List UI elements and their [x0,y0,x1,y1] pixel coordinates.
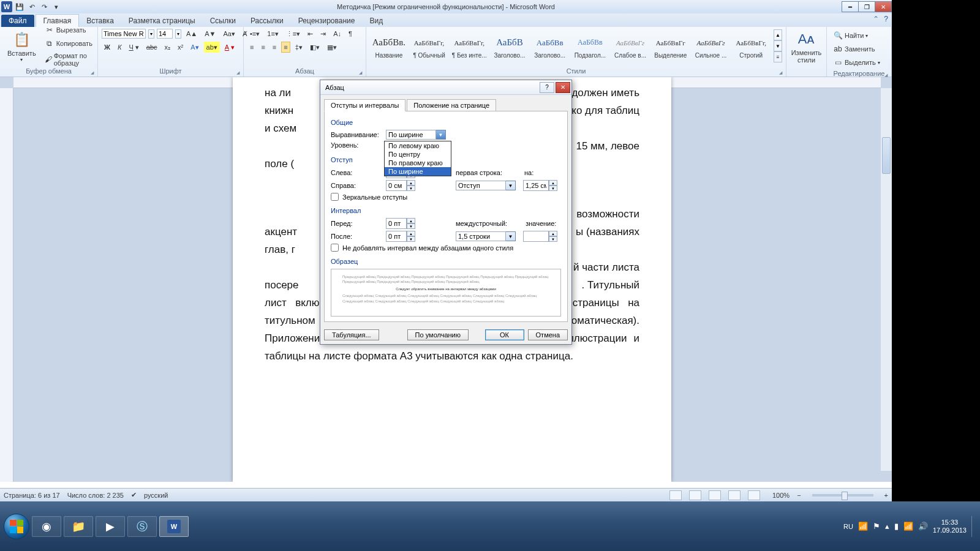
align-left-button[interactable]: ≡ [247,42,256,53]
undo-icon[interactable]: ↶ [27,2,37,12]
numbering-button[interactable]: 1≡▾ [265,28,281,39]
no-space-same-style-checkbox[interactable] [331,244,339,252]
copy-button[interactable]: ⧉Копировать [42,37,95,50]
taskbar-chrome[interactable]: ◉ [32,516,61,537]
shrink-font-button[interactable]: A▼ [202,28,218,39]
style-3[interactable]: АаБбВЗаголово... [491,32,529,60]
alignment-combo[interactable]: ▼ [386,130,446,140]
format-painter-button[interactable]: 🖌Формат по образцу [42,51,95,68]
multilevel-button[interactable]: ⋮≡▾ [284,28,303,39]
indent-right-spinner[interactable]: ▲▼ [386,180,415,191]
styles-expand[interactable]: ≡ [774,51,782,62]
ok-button[interactable]: ОК [485,329,524,340]
font-color-button[interactable]: A▾ [222,42,237,53]
set-default-button[interactable]: По умолчанию [407,329,469,340]
font-size-dropdown-icon[interactable]: ▾ [175,29,181,39]
start-button[interactable] [4,514,29,539]
view-outline-button[interactable] [728,490,741,500]
action-center-icon[interactable]: ⚑ [873,522,880,531]
restore-button[interactable]: ❐ [858,1,875,12]
find-button[interactable]: 🔍Найти▾ [831,29,888,42]
space-before-spinner[interactable]: ▲▼ [386,218,415,229]
minimize-ribbon-icon[interactable]: ⌃ [873,15,879,23]
subscript-button[interactable]: x₂ [162,42,173,53]
underline-button[interactable]: Ч▾ [126,42,141,53]
mirror-indents-checkbox[interactable] [331,193,339,201]
input-language[interactable]: RU [843,523,853,530]
dialog-titlebar[interactable]: Абзац ? ✕ [320,80,571,95]
alignment-dropdown-icon[interactable]: ▼ [436,130,446,140]
style-4[interactable]: АаБбВвЗаголово... [531,32,569,60]
dialog-help-button[interactable]: ? [540,82,554,93]
vertical-ruler[interactable] [0,88,13,482]
taskbar-word[interactable]: W [159,516,189,537]
status-language[interactable]: русский [144,492,168,499]
tray-clock[interactable]: 15:33 17.09.2013 [933,519,967,533]
paste-button[interactable]: 📋 Вставить ▾ [4,29,40,64]
dialog-tab-position[interactable]: Положение на странице [407,99,496,111]
grow-font-button[interactable]: A▲ [184,28,200,39]
tray-chevron-icon[interactable]: ▴ [885,522,889,531]
close-button[interactable]: ✕ [875,1,892,12]
style-9[interactable]: АаБбВвГг,Строгий [732,32,770,60]
dialog-close-button[interactable]: ✕ [556,82,570,93]
zoom-in-button[interactable]: + [884,492,888,499]
line-spacing-combo[interactable]: ▼ [456,231,516,241]
volume-icon[interactable]: 🔊 [918,522,928,531]
qat-dropdown-icon[interactable]: ▾ [51,2,61,12]
style-0[interactable]: АаБбВв.Название [370,32,408,60]
align-justify-button[interactable]: ≡ [281,42,290,53]
taskbar-skype[interactable]: Ⓢ [127,516,157,537]
style-6[interactable]: АаБбВвГгСлабое в... [611,32,649,60]
view-draft-button[interactable] [748,490,760,500]
superscript-button[interactable]: x² [175,42,186,53]
style-1[interactable]: АаБбВвГг,¶ Обычный [410,32,448,60]
status-word-count[interactable]: Число слов: 2 235 [67,492,124,499]
tab-page-layout[interactable]: Разметка страницы [121,15,203,27]
show-marks-button[interactable]: ¶ [346,28,355,39]
scrollbar-thumb[interactable] [882,137,891,174]
tab-file[interactable]: Файл [1,15,34,27]
battery-icon[interactable]: ▮ [894,522,899,531]
tabs-button[interactable]: Табуляция... [324,329,379,340]
change-case-button[interactable]: Aa▾ [221,28,237,39]
style-5[interactable]: АаБбВвПодзагол... [571,32,609,60]
first-line-by-spinner[interactable]: ▲▼ [523,180,557,191]
space-after-spinner[interactable]: ▲▼ [386,231,415,242]
change-styles-button[interactable]: Aᴀ Изменить стили [790,28,823,65]
zoom-percent[interactable]: 100% [772,492,790,499]
align-center-button[interactable]: ≡ [258,42,267,53]
increase-indent-button[interactable]: ⇥ [318,28,328,39]
bullets-button[interactable]: •≡▾ [247,28,262,39]
cancel-button[interactable]: Отмена [528,329,568,340]
view-fullscreen-button[interactable] [689,490,701,500]
alignment-dropdown-list[interactable]: По левому краюПо центруПо правому краюПо… [384,141,451,176]
taskbar-explorer[interactable]: 📁 [64,516,93,537]
align-option-0[interactable]: По левому краю [385,141,451,150]
strike-button[interactable]: abc [144,42,160,53]
style-8[interactable]: АаБбВвГгСильное ... [692,32,730,60]
align-right-button[interactable]: ≡ [270,42,279,53]
show-desktop-button[interactable] [971,516,976,537]
tab-home[interactable]: Главная [36,14,80,27]
align-option-3[interactable]: По ширине [385,167,451,176]
redo-icon[interactable]: ↷ [39,2,49,12]
font-family-dropdown-icon[interactable]: ▾ [148,29,154,39]
view-web-button[interactable] [709,490,721,500]
font-size-input[interactable] [157,29,173,39]
tab-view[interactable]: Вид [362,15,390,27]
shading-button[interactable]: ◧▾ [307,42,322,53]
taskbar-media-player[interactable]: ▶ [96,516,125,537]
minimize-button[interactable]: ━ [842,1,859,12]
tab-insert[interactable]: Вставка [79,15,121,27]
dialog-tab-indents[interactable]: Отступы и интервалы [324,99,405,111]
first-line-combo[interactable]: ▼ [456,181,516,190]
sort-button[interactable]: A↓ [331,28,344,39]
style-7[interactable]: АаБбВвГгВыделение [652,32,690,60]
borders-button[interactable]: ▦▾ [325,42,339,53]
save-icon[interactable]: 💾 [15,2,24,12]
align-option-1[interactable]: По центру [385,150,451,159]
tab-review[interactable]: Рецензирование [291,15,363,27]
proofing-icon[interactable]: ✔ [131,491,137,499]
italic-button[interactable]: К [115,42,124,53]
